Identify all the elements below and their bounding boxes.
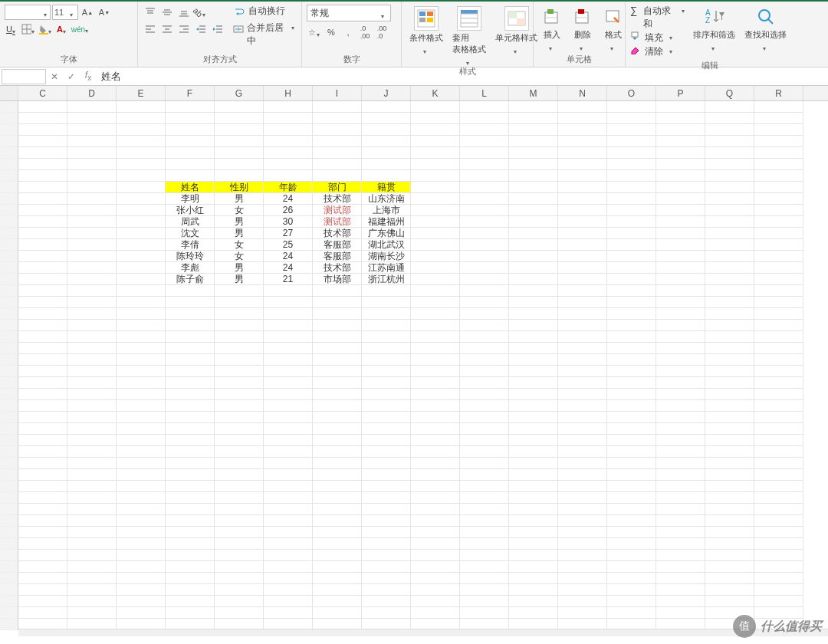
cell[interactable]: [705, 412, 754, 423]
cell[interactable]: [67, 607, 117, 619]
cell[interactable]: [18, 573, 67, 584]
cell[interactable]: [313, 136, 362, 147]
cell[interactable]: [754, 481, 803, 492]
row-header[interactable]: [0, 205, 18, 216]
cell[interactable]: [18, 596, 67, 607]
cell[interactable]: [215, 354, 264, 366]
cell[interactable]: [607, 469, 656, 481]
cell[interactable]: [705, 159, 754, 170]
cell[interactable]: [558, 538, 607, 550]
cell[interactable]: [166, 596, 215, 607]
cell[interactable]: [18, 297, 67, 308]
cell[interactable]: [509, 538, 558, 550]
cell[interactable]: [656, 124, 705, 136]
cell[interactable]: [166, 515, 215, 527]
cell[interactable]: [166, 297, 215, 308]
cell[interactable]: [117, 262, 166, 274]
cell[interactable]: [67, 561, 117, 573]
cell[interactable]: 李彪: [166, 262, 215, 274]
cell[interactable]: [411, 492, 460, 504]
format-button[interactable]: 格式: [600, 5, 627, 50]
cell[interactable]: [460, 216, 509, 228]
autosum-button[interactable]: ∑ 自动求和: [630, 5, 687, 31]
cell[interactable]: [215, 538, 264, 550]
cell[interactable]: [117, 147, 166, 159]
cell[interactable]: [264, 607, 313, 619]
cell[interactable]: [607, 481, 656, 492]
cell[interactable]: [705, 343, 754, 354]
cell[interactable]: [362, 596, 411, 607]
cell[interactable]: [705, 596, 754, 607]
cell[interactable]: 上海市: [362, 205, 411, 216]
cell[interactable]: [362, 136, 411, 147]
cell[interactable]: [509, 584, 558, 596]
cell[interactable]: [754, 182, 803, 193]
cell[interactable]: [215, 550, 264, 561]
cell[interactable]: [362, 308, 411, 320]
cell[interactable]: [411, 308, 460, 320]
cell[interactable]: [166, 136, 215, 147]
cell[interactable]: [558, 596, 607, 607]
cell[interactable]: 客服部: [313, 239, 362, 251]
cell[interactable]: [117, 515, 166, 527]
cell[interactable]: [18, 343, 67, 354]
cell[interactable]: [18, 412, 67, 423]
increase-font-icon[interactable]: A▲: [80, 5, 95, 20]
comma-icon[interactable]: ,: [340, 25, 356, 40]
cell[interactable]: [509, 193, 558, 205]
cell[interactable]: [18, 550, 67, 561]
font-name-select[interactable]: [5, 5, 51, 20]
cell[interactable]: [67, 170, 117, 182]
cell[interactable]: [754, 308, 803, 320]
cell[interactable]: [18, 170, 67, 182]
cell[interactable]: [460, 354, 509, 366]
cell[interactable]: [411, 377, 460, 389]
cell[interactable]: [264, 320, 313, 331]
cell[interactable]: [460, 400, 509, 412]
font-color-button[interactable]: A: [55, 21, 71, 37]
cell[interactable]: [411, 515, 460, 527]
cell[interactable]: [18, 527, 67, 538]
cell[interactable]: [656, 101, 705, 113]
cell[interactable]: [117, 193, 166, 205]
cell[interactable]: [362, 377, 411, 389]
cell[interactable]: [67, 389, 117, 400]
row-header[interactable]: [0, 343, 18, 354]
cell[interactable]: [509, 182, 558, 193]
cell[interactable]: [509, 228, 558, 239]
cell[interactable]: [754, 446, 803, 458]
cell[interactable]: [509, 147, 558, 159]
cell[interactable]: [754, 101, 803, 113]
cell[interactable]: [558, 469, 607, 481]
column-header[interactable]: [0, 86, 18, 100]
cell[interactable]: [754, 561, 803, 573]
cell[interactable]: [558, 492, 607, 504]
cell[interactable]: [117, 124, 166, 136]
cell[interactable]: [558, 550, 607, 561]
cell[interactable]: [509, 239, 558, 251]
row-header[interactable]: [0, 366, 18, 377]
cell[interactable]: 男: [215, 193, 264, 205]
horizontal-scrollbar[interactable]: [18, 629, 828, 636]
cell[interactable]: 24: [264, 251, 313, 262]
cell[interactable]: [18, 228, 67, 239]
cell[interactable]: [67, 331, 117, 343]
cell[interactable]: [460, 469, 509, 481]
cell[interactable]: [411, 216, 460, 228]
cell[interactable]: [18, 239, 67, 251]
cell[interactable]: [411, 446, 460, 458]
cell[interactable]: [18, 262, 67, 274]
cell[interactable]: [166, 147, 215, 159]
cell[interactable]: [509, 101, 558, 113]
cell[interactable]: [558, 251, 607, 262]
cell[interactable]: [166, 377, 215, 389]
cell[interactable]: [264, 354, 313, 366]
cell[interactable]: [117, 527, 166, 538]
cell[interactable]: [362, 366, 411, 377]
cell[interactable]: [411, 435, 460, 446]
font-size-select[interactable]: 11: [52, 5, 78, 20]
cell[interactable]: [411, 170, 460, 182]
orientation-icon[interactable]: ab: [193, 5, 209, 20]
cell[interactable]: [509, 400, 558, 412]
cell[interactable]: [656, 343, 705, 354]
